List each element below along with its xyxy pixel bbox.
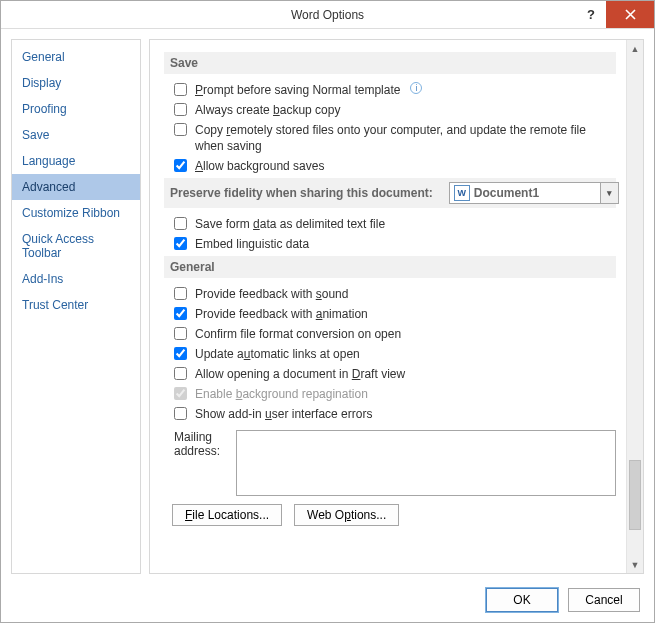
sidebar-item-save[interactable]: Save [12,122,140,148]
preserve-option-row: Save form data as delimited text file [174,216,616,232]
section-head-general-label: General [170,260,215,274]
scroll-up-icon[interactable]: ▲ [627,40,643,57]
dialog-footer: OK Cancel [1,580,654,622]
general-checkbox-6[interactable] [174,407,187,420]
document-select[interactable]: W Document1 ▾ [449,182,619,204]
save-checkbox-2[interactable] [174,123,187,136]
scrollbar[interactable]: ▲ ▼ [626,40,643,573]
save-option-row: Allow background saves [174,158,616,174]
preserve-option-row: Embed linguistic data [174,236,616,252]
general-checkbox-1[interactable] [174,307,187,320]
general-label-4: Allow opening a document in Draft view [195,366,405,382]
save-checkbox-1[interactable] [174,103,187,116]
cancel-button[interactable]: Cancel [568,588,640,612]
section-head-save-label: Save [170,56,198,70]
preserve-label-0: Save form data as delimited text file [195,216,385,232]
save-label-2: Copy remotely stored files onto your com… [195,122,616,154]
document-select-label: Document1 [474,186,600,200]
general-option-row: Show add-in user interface errors [174,406,616,422]
window-title: Word Options [1,8,654,22]
titlebar: Word Options ? [1,1,654,29]
general-checkbox-3[interactable] [174,347,187,360]
section-head-save: Save [164,52,616,74]
close-button[interactable] [606,1,654,28]
general-option-row: Update automatic links at open [174,346,616,362]
category-sidebar: GeneralDisplayProofingSaveLanguageAdvanc… [11,39,141,574]
file-locations-button[interactable]: File Locations... [172,504,282,526]
general-label-0: Provide feedback with sound [195,286,348,302]
save-checkbox-0[interactable] [174,83,187,96]
content-wrap: Save Prompt before saving Normal templat… [149,39,644,574]
sidebar-item-customize-ribbon[interactable]: Customize Ribbon [12,200,140,226]
ok-button[interactable]: OK [486,588,558,612]
general-option-row: Confirm file format conversion on open [174,326,616,342]
save-option-row: Copy remotely stored files onto your com… [174,122,616,154]
save-option-row: Always create backup copy [174,102,616,118]
mailing-address-input[interactable] [236,430,616,496]
save-label-1: Always create backup copy [195,102,340,118]
general-option-row: Provide feedback with animation [174,306,616,322]
save-label-0: Prompt before saving Normal template [195,82,400,98]
content-panel: Save Prompt before saving Normal templat… [150,40,626,573]
preserve-label-1: Embed linguistic data [195,236,309,252]
general-checkbox-2[interactable] [174,327,187,340]
sidebar-item-proofing[interactable]: Proofing [12,96,140,122]
preserve-checkbox-1[interactable] [174,237,187,250]
preserve-checkbox-0[interactable] [174,217,187,230]
general-label-5: Enable background repagination [195,386,368,402]
general-option-row: Enable background repagination [174,386,616,402]
info-icon[interactable]: i [410,82,422,94]
sidebar-item-quick-access-toolbar[interactable]: Quick Access Toolbar [12,226,140,266]
web-options-button[interactable]: Web Options... [294,504,399,526]
section-head-general: General [164,256,616,278]
sidebar-item-display[interactable]: Display [12,70,140,96]
sidebar-item-general[interactable]: General [12,44,140,70]
general-label-1: Provide feedback with animation [195,306,368,322]
word-doc-icon: W [454,185,470,201]
general-checkbox-5 [174,387,187,400]
general-label-2: Confirm file format conversion on open [195,326,401,342]
general-label-6: Show add-in user interface errors [195,406,372,422]
general-option-row: Allow opening a document in Draft view [174,366,616,382]
mailing-address-label: Mailing address: [174,430,228,458]
sidebar-item-trust-center[interactable]: Trust Center [12,292,140,318]
section-head-preserve-label: Preserve fidelity when sharing this docu… [170,186,433,200]
general-checkbox-0[interactable] [174,287,187,300]
general-button-row: File Locations... Web Options... [172,504,616,526]
sidebar-item-add-ins[interactable]: Add-Ins [12,266,140,292]
close-icon [625,9,636,20]
section-head-preserve: Preserve fidelity when sharing this docu… [164,178,616,208]
save-checkbox-3[interactable] [174,159,187,172]
help-button[interactable]: ? [576,1,606,28]
mailing-address-row: Mailing address: [174,430,616,496]
dialog-body: GeneralDisplayProofingSaveLanguageAdvanc… [1,29,654,580]
sidebar-item-advanced[interactable]: Advanced [12,174,140,200]
sidebar-item-language[interactable]: Language [12,148,140,174]
general-checkbox-4[interactable] [174,367,187,380]
scroll-thumb[interactable] [629,460,641,530]
general-label-3: Update automatic links at open [195,346,360,362]
scroll-down-icon[interactable]: ▼ [627,556,643,573]
chevron-down-icon[interactable]: ▾ [600,183,618,203]
save-label-3: Allow background saves [195,158,324,174]
save-option-row: Prompt before saving Normal templatei [174,82,616,98]
general-option-row: Provide feedback with sound [174,286,616,302]
window-controls: ? [576,1,654,28]
